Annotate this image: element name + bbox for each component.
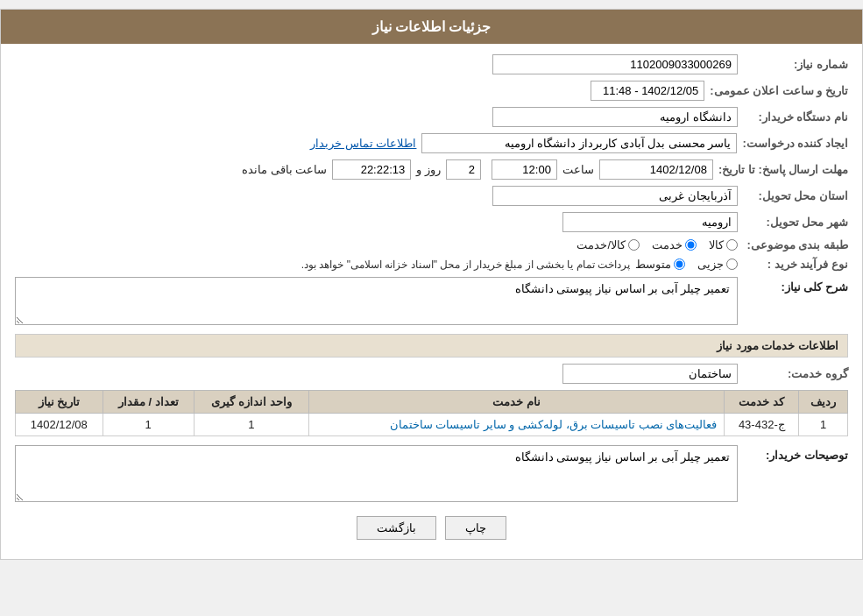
buyer-notes-label: توصیحات خریدار: (743, 445, 848, 462)
deadline-countdown-input (332, 159, 411, 180)
announce-date-input (591, 81, 704, 101)
radio-jazii-label: جزیی (697, 258, 724, 271)
radio-kala[interactable] (726, 239, 738, 251)
cell-service-name: فعالیت‌های نصب تاسیسات برق، لوله‌کشی و س… (309, 414, 725, 436)
radio-jazii[interactable] (726, 258, 738, 270)
creator-row: ایجاد کننده درخواست: اطلاعات تماس خریدار (15, 133, 848, 153)
purchase-notice: پرداخت تمام یا بخشی از مبلغ خریدار از مح… (301, 258, 630, 271)
city-input (562, 212, 738, 232)
col-need-date: تاریخ نیاز (16, 391, 103, 414)
category-radio-group: کالا خدمت کالا/خدمت (577, 238, 738, 251)
buyer-org-label: نام دستگاه خریدار: (743, 110, 848, 124)
service-info-title: اطلاعات خدمات مورد نیاز (15, 334, 848, 358)
purchase-type-label: نوع فرآیند خرید : (743, 258, 848, 271)
deadline-row: مهلت ارسال پاسخ: تا تاریخ: ساعت روز و سا… (15, 159, 848, 180)
purchase-type-motavasset[interactable]: متوسط (635, 258, 685, 271)
radio-kala-khedmat[interactable] (628, 239, 640, 251)
col-service-name: نام خدمت (309, 391, 725, 414)
need-desc-label: شرح کلی نیاز: (743, 277, 848, 294)
category-radio-kala-khedmat[interactable]: کالا/خدمت (577, 238, 640, 251)
service-group-label: گروه خدمت: (743, 367, 848, 380)
radio-khedmat[interactable] (685, 239, 697, 251)
cell-rownum: 1 (799, 414, 848, 436)
service-group-input (562, 364, 738, 384)
cell-need-date: 1402/12/08 (16, 414, 103, 436)
cell-service-code: ج-432-43 (725, 414, 799, 436)
category-label: طبقه بندی موضوعی: (743, 238, 848, 251)
page-header: جزئیات اطلاعات نیاز (1, 10, 862, 44)
main-content: شماره نیاز: تاریخ و ساعت اعلان عمومی: نا… (1, 44, 862, 559)
purchase-type-radio-group: جزیی متوسط (635, 258, 738, 271)
need-number-label: شماره نیاز: (743, 58, 848, 71)
category-row: طبقه بندی موضوعی: کالا خدمت کالا/خدمت (15, 238, 848, 251)
buyer-org-input (492, 107, 738, 127)
province-row: استان محل تحویل: (15, 186, 848, 206)
radio-kala-label: کالا (709, 238, 724, 251)
days-text: روز و (416, 163, 441, 176)
category-radio-kala[interactable]: کالا (709, 238, 738, 251)
cell-unit: 1 (194, 414, 308, 436)
radio-kala-khedmat-label: کالا/خدمت (577, 238, 626, 251)
service-group-row: گروه خدمت: (15, 364, 848, 384)
page-title: جزئیات اطلاعات نیاز (372, 19, 492, 34)
deadline-days-input (446, 159, 481, 180)
need-desc-row: شرح کلی نیاز: (15, 277, 848, 325)
service-table: ردیف کد خدمت نام خدمت واحد اندازه گیری ت… (15, 390, 848, 436)
buyer-notes-row: توصیحات خریدار: (15, 445, 848, 502)
category-radio-khedmat[interactable]: خدمت (652, 238, 697, 251)
print-button[interactable]: چاپ (445, 516, 506, 540)
table-row: 1 ج-432-43 فعالیت‌های نصب تاسیسات برق، ل… (16, 414, 848, 436)
province-input (492, 186, 738, 206)
cell-quantity: 1 (103, 414, 194, 436)
back-button[interactable]: بازگشت (357, 516, 436, 540)
deadline-date-input (599, 159, 713, 180)
col-service-code: کد خدمت (725, 391, 799, 414)
radio-khedmat-label: خدمت (652, 238, 683, 251)
time-label: ساعت (562, 163, 594, 176)
need-desc-textarea (15, 277, 738, 325)
announce-date-row: تاریخ و ساعت اعلان عمومی: (15, 81, 848, 101)
col-rownum: ردیف (799, 391, 848, 414)
purchase-type-row: نوع فرآیند خرید : جزیی متوسط پرداخت تمام… (15, 258, 848, 271)
creator-input (421, 133, 737, 153)
need-number-input (492, 54, 738, 74)
col-unit: واحد اندازه گیری (194, 391, 308, 414)
deadline-label: مهلت ارسال پاسخ: تا تاریخ: (718, 163, 848, 176)
need-number-row: شماره نیاز: (15, 54, 848, 74)
radio-motavasset-label: متوسط (635, 258, 671, 271)
buyer-org-row: نام دستگاه خریدار: (15, 107, 848, 127)
city-row: شهر محل تحویل: (15, 212, 848, 232)
creator-label: ایجاد کننده درخواست: (742, 137, 848, 150)
page-wrapper: جزئیات اطلاعات نیاز شماره نیاز: تاریخ و … (0, 9, 863, 560)
buyer-notes-textarea (15, 445, 738, 502)
contact-link[interactable]: اطلاعات تماس خریدار (310, 137, 416, 150)
deadline-time-input (492, 159, 557, 180)
announce-date-label: تاریخ و ساعت اعلان عمومی: (710, 84, 848, 97)
province-label: استان محل تحویل: (743, 189, 848, 202)
hours-remain-label: ساعت باقی مانده (242, 163, 327, 176)
col-quantity: تعداد / مقدار (103, 391, 194, 414)
city-label: شهر محل تحویل: (743, 216, 848, 229)
purchase-type-jazii[interactable]: جزیی (697, 258, 738, 271)
radio-motavasset[interactable] (674, 258, 685, 270)
footer-buttons: چاپ بازگشت (15, 516, 848, 540)
